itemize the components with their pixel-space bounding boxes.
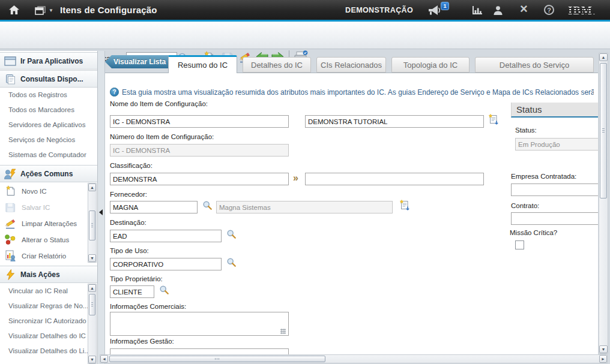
missao-critica-label: Missão Crítica? [510, 229, 557, 236]
resumo-do-ic-panel: ? Esta guia mostra uma visualização resu… [105, 73, 598, 354]
tipo-proprietario-lookup-icon[interactable] [159, 285, 169, 295]
announcements-icon[interactable]: 1 [427, 5, 442, 16]
scroll-right-icon[interactable]: ► [599, 355, 607, 363]
main-horizontal-scrollbar[interactable]: ◄ ► [100, 354, 608, 363]
scroll-up-icon[interactable]: ▲ [88, 183, 96, 191]
fornecedor-label: Fornecedor: [110, 191, 147, 198]
scrollbar-thumb[interactable] [89, 294, 95, 315]
more-actions-list: Vincular ao IC Real Visualizar Regras de… [0, 284, 97, 364]
main-toolbar: ▼ Localizar: ▼ [0, 22, 610, 49]
sidebar-section-acoes-comuns[interactable]: Ações Comuns [0, 165, 97, 182]
page-title: Itens de Configuração [60, 5, 157, 15]
classificacao-input[interactable] [110, 173, 289, 185]
empresa-contratada-label: Empresa Contratada: [511, 173, 576, 180]
status-input [515, 138, 598, 151]
tipo-uso-input[interactable] [110, 258, 222, 270]
sidebar-item-servicos-negocios[interactable]: Serviços de Negócios [0, 133, 97, 148]
save-disk-icon [3, 202, 17, 213]
long-description-icon[interactable] [488, 114, 499, 125]
collapse-sidebar-icon[interactable] [99, 209, 103, 215]
reports-chart-icon[interactable] [472, 5, 483, 15]
tab-detalhes-do-servico[interactable]: Detalhes do Serviço [475, 57, 594, 73]
long-description-icon[interactable] [399, 200, 410, 211]
informacoes-gestao-textarea[interactable] [110, 348, 289, 354]
informacoes-gestao-label: Informações Gestão: [110, 338, 174, 345]
contrato-input[interactable] [511, 212, 598, 225]
sidebar-item-todos-registros[interactable]: Todos os Registros [0, 88, 97, 103]
tab-resumo-do-ic[interactable]: Resumo do IC [168, 55, 237, 73]
action-sincronizar-ic[interactable]: Sincronizar IC Autorizado [0, 314, 97, 329]
fornecedor-lookup-icon[interactable] [202, 200, 213, 210]
sidebar-item-sistemas-computador[interactable]: Sistemas de Computador [0, 148, 97, 163]
destinacao-input[interactable] [110, 230, 222, 242]
application-window-icon [4, 56, 17, 66]
empresa-contratada-input[interactable] [511, 183, 598, 196]
scroll-up-icon[interactable]: ▲ [88, 284, 96, 292]
action-visualizar-detalhes-li[interactable]: Visualizar Detalhes do Li... [0, 344, 97, 359]
info-message: Esta guia mostra uma visualização resumi… [122, 88, 594, 97]
sidebar-item-servidores-aplicativos[interactable]: Servidores de Aplicativos [0, 118, 97, 133]
nome-input[interactable] [110, 115, 289, 128]
profile-icon[interactable] [493, 5, 503, 15]
status-panel-header: Status [511, 103, 598, 118]
more-actions-scrollbar[interactable]: ▲ ▼ [88, 284, 97, 364]
ibm-logo: IBM. [568, 4, 596, 17]
destinacao-lookup-icon[interactable] [226, 229, 237, 239]
missao-critica-checkbox[interactable] [515, 240, 524, 249]
scroll-down-icon[interactable]: ▼ [599, 345, 608, 353]
classificacao-descricao-input[interactable] [305, 173, 484, 185]
help-ring-glyph: ? [544, 5, 554, 15]
scroll-left-icon[interactable]: ◄ [100, 355, 108, 363]
common-actions-icon [4, 169, 17, 179]
tipo-proprietario-input[interactable] [110, 285, 154, 298]
section-title: Ir Para Aplicativos [20, 57, 83, 65]
close-session-icon[interactable]: × [520, 3, 528, 15]
action-novo-ic[interactable]: Novo IC [0, 183, 97, 199]
informacoes-comerciais-textarea[interactable] [110, 312, 289, 336]
action-criar-relatorio[interactable]: Criar Relatório [0, 248, 97, 264]
action-visualizar-regras[interactable]: Visualizar Regras de No... [0, 299, 97, 314]
eraser-pencil-icon [3, 218, 17, 229]
scrollbar-thumb[interactable] [89, 210, 95, 240]
menu-caret-icon: ▼ [49, 8, 53, 13]
action-vincular-ic-real[interactable]: Vincular ao IC Real [0, 284, 97, 299]
app-window: ▼ Itens de Configuração DEMONSTRAÇÃO 1 [0, 0, 610, 364]
common-actions-list: Novo IC Salvar IC [0, 183, 97, 263]
report-icon [3, 250, 17, 261]
classify-chevrons-icon[interactable]: » [293, 173, 298, 183]
help-icon[interactable]: ? [544, 5, 554, 15]
fornecedor-input[interactable] [110, 201, 198, 213]
sidebar-section-ir-para-aplicativos[interactable]: Ir Para Aplicativos [0, 52, 97, 70]
new-document-icon [3, 185, 17, 197]
action-limpar-alteracoes[interactable]: Limpar Alterações [0, 215, 97, 231]
sidebar: Ir Para Aplicativos Consultas Dispo... T… [0, 51, 98, 364]
actions-scrollbar[interactable]: ▲ ▼ [88, 183, 97, 263]
action-alterar-status[interactable]: Alterar o Status [0, 231, 97, 248]
go-to-applications-menu-icon[interactable]: ▼ [35, 5, 53, 15]
action-visualizar-detalhes-ic[interactable]: Visualizar Detalhes do IC ... [0, 329, 97, 344]
scroll-down-icon[interactable]: ▼ [88, 356, 96, 363]
sidebar-section-consultas[interactable]: Consultas Dispo... [0, 70, 97, 88]
scrollbar-thumb[interactable] [600, 63, 607, 198]
informacoes-comerciais-label: Informações Comerciais: [110, 303, 186, 310]
status-label: Status: [515, 127, 537, 134]
tipo-uso-label: Tipo de Uso: [110, 247, 149, 254]
scroll-up-icon[interactable]: ▲ [599, 53, 608, 61]
tipo-uso-lookup-icon[interactable] [226, 257, 237, 267]
home-icon[interactable] [8, 5, 20, 15]
consultas-list: Todos os Registros Todos os Marcadores S… [0, 88, 97, 163]
nome-descricao-input[interactable] [305, 115, 484, 128]
numero-label: Número do Item de Configuração: [110, 133, 214, 140]
environment-label: DEMONSTRAÇÃO [345, 6, 413, 14]
tab-cis-relacionados[interactable]: CIs Relacionados [316, 57, 386, 73]
header-bar: ▼ Itens de Configuração DEMONSTRAÇÃO 1 [0, 0, 610, 20]
sidebar-splitter[interactable] [98, 51, 105, 364]
tab-topologia-do-ic[interactable]: Topologia do IC [391, 57, 470, 73]
visualizar-lista-button[interactable]: Visualizar Lista [105, 55, 170, 68]
scrollbar-thumb[interactable] [109, 356, 325, 362]
sidebar-item-todos-marcadores[interactable]: Todos os Marcadores [0, 103, 97, 118]
main-vertical-scrollbar[interactable]: ▲ ▼ [599, 53, 608, 354]
scroll-down-icon[interactable]: ▼ [88, 254, 96, 262]
tab-detalhes-do-ic[interactable]: Detalhes do IC [243, 57, 311, 73]
sidebar-section-mais-acoes[interactable]: Mais Ações [0, 266, 97, 283]
